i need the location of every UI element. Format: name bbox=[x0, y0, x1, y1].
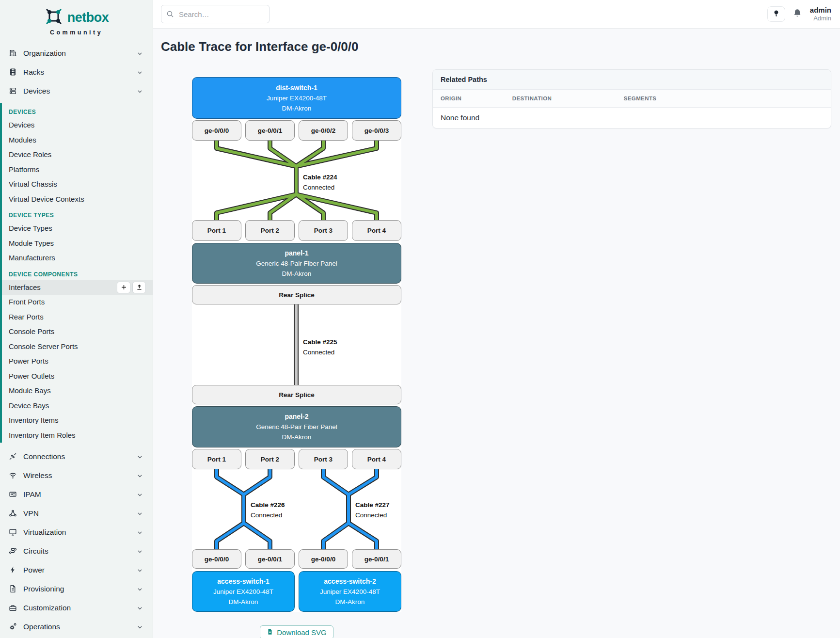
download-svg-button[interactable]: Download SVG bbox=[260, 625, 333, 638]
sidebar-item-label: Connections bbox=[23, 452, 65, 461]
front-port-box[interactable]: Port 2 bbox=[245, 449, 295, 469]
sidebar-item-label: Customization bbox=[23, 604, 71, 612]
sidebar-item-label: Circuits bbox=[23, 547, 48, 556]
cable-label-226[interactable]: Cable #226 Connected bbox=[251, 500, 285, 520]
import-button[interactable] bbox=[132, 282, 146, 293]
device-box-access-switch-2[interactable]: access-switch-2 Juniper EX4200-48T DM-Ak… bbox=[299, 571, 401, 612]
cable-status: Connected bbox=[303, 349, 334, 356]
notifications-bell-icon[interactable] bbox=[792, 8, 802, 20]
device-box-panel-2[interactable]: panel-2 Generic 48-Pair Fiber Panel DM-A… bbox=[192, 406, 401, 447]
top-bar: admin Admin bbox=[153, 0, 840, 29]
sidebar-item-devices-list[interactable]: Devices bbox=[2, 118, 153, 133]
sidebar-item-device-types[interactable]: Device Types bbox=[2, 221, 153, 236]
sidebar-item-console-server-ports[interactable]: Console Server Ports bbox=[2, 339, 153, 354]
sidebar-item-front-ports[interactable]: Front Ports bbox=[2, 295, 153, 310]
column-header-segments: SEGMENTS bbox=[616, 90, 831, 108]
server-icon bbox=[9, 87, 17, 95]
sidebar-item-inventory-item-roles[interactable]: Inventory Item Roles bbox=[2, 428, 153, 443]
ipam-icon bbox=[9, 490, 17, 498]
sidebar-item-connections[interactable]: Connections bbox=[0, 447, 153, 466]
interface-box[interactable]: ge-0/0/0 bbox=[192, 549, 241, 569]
sidebar-item-operations[interactable]: Operations bbox=[0, 617, 153, 636]
sidebar-item-vpn[interactable]: VPN bbox=[0, 504, 153, 523]
interface-box[interactable]: ge-0/0/0 bbox=[299, 549, 348, 569]
sidebar-item-platforms[interactable]: Platforms bbox=[2, 162, 153, 177]
sidebar-item-label: Racks bbox=[23, 68, 44, 77]
sidebar-item-racks[interactable]: Racks bbox=[0, 63, 153, 81]
front-port-box[interactable]: Port 4 bbox=[352, 220, 401, 241]
sidebar-item-inventory-items[interactable]: Inventory Items bbox=[2, 413, 153, 428]
sidebar-item-console-ports[interactable]: Console Ports bbox=[2, 324, 153, 339]
device-box-access-switch-1[interactable]: access-switch-1 Juniper EX4200-48T DM-Ak… bbox=[192, 571, 295, 612]
device-site: DM-Akron bbox=[282, 269, 312, 279]
sidebar-bottom-nav: Connections Wireless IPAM VPN Virtualiza… bbox=[0, 447, 153, 636]
front-port-box[interactable]: Port 1 bbox=[192, 220, 241, 241]
device-site: DM-Akron bbox=[229, 597, 258, 607]
netbox-logo[interactable]: netbox Community bbox=[0, 0, 153, 36]
sidebar-item-organization[interactable]: Organization bbox=[0, 44, 153, 63]
sidebar-item-module-bays[interactable]: Module Bays bbox=[2, 383, 153, 399]
sidebar-item-manufacturers[interactable]: Manufacturers bbox=[2, 251, 153, 266]
theme-toggle-button[interactable] bbox=[767, 6, 785, 22]
sidebar-item-label: Wireless bbox=[23, 471, 52, 480]
user-menu[interactable]: admin Admin bbox=[810, 6, 831, 22]
sidebar-item-modules[interactable]: Modules bbox=[2, 133, 153, 148]
section-heading-device-components: DEVICE COMPONENTS bbox=[2, 266, 153, 280]
device-name: panel-2 bbox=[285, 412, 308, 422]
page-content: Cable Trace for Interface ge-0/0/0 bbox=[153, 29, 840, 638]
sidebar-item-wireless[interactable]: Wireless bbox=[0, 466, 153, 485]
interface-box[interactable]: ge-0/0/1 bbox=[245, 120, 295, 141]
sidebar-item-power-outlets[interactable]: Power Outlets bbox=[2, 369, 153, 384]
empty-state-text: None found bbox=[433, 108, 831, 128]
cable-label-224[interactable]: Cable #224 Connected bbox=[303, 172, 337, 192]
sidebar-item-device-roles[interactable]: Device Roles bbox=[2, 147, 153, 162]
front-port-box[interactable]: Port 2 bbox=[245, 220, 295, 241]
front-port-box[interactable]: Port 3 bbox=[299, 449, 348, 469]
main-area: admin Admin Cable Trace for Interface ge… bbox=[153, 0, 840, 638]
device-box-dist-switch-1[interactable]: dist-switch-1 Juniper EX4200-48T DM-Akro… bbox=[192, 77, 401, 119]
sidebar-item-interfaces[interactable]: Interfaces bbox=[2, 280, 153, 295]
chevron-down-icon bbox=[137, 69, 143, 75]
sidebar-item-virtualization[interactable]: Virtualization bbox=[0, 523, 153, 542]
sidebar-top-nav: Organization Racks Devices bbox=[0, 44, 153, 100]
cable-label-225[interactable]: Cable #225 Connected bbox=[303, 337, 337, 357]
sidebar-item-label: VPN bbox=[23, 509, 39, 518]
interface-box[interactable]: ge-0/0/0 bbox=[192, 120, 241, 141]
chevron-down-icon bbox=[137, 510, 143, 516]
plug-icon bbox=[9, 452, 17, 461]
sidebar-item-provisioning[interactable]: Provisioning bbox=[0, 579, 153, 598]
front-port-box[interactable]: Port 1 bbox=[192, 449, 241, 469]
sidebar-item-virtual-device-contexts[interactable]: Virtual Device Contexts bbox=[2, 192, 153, 207]
sidebar-item-circuits[interactable]: Circuits bbox=[0, 542, 153, 560]
cable-label-227[interactable]: Cable #227 Connected bbox=[355, 500, 390, 520]
rack-icon bbox=[9, 68, 17, 76]
monitor-icon bbox=[9, 528, 17, 536]
cable-status: Connected bbox=[355, 511, 387, 519]
rear-port-box[interactable]: Rear Splice bbox=[192, 285, 401, 304]
interface-box[interactable]: ge-0/0/3 bbox=[352, 120, 401, 141]
interface-box[interactable]: ge-0/0/1 bbox=[352, 549, 401, 569]
sidebar-item-devices[interactable]: Devices bbox=[0, 81, 153, 100]
sidebar-item-device-bays[interactable]: Device Bays bbox=[2, 399, 153, 414]
sidebar: netbox Community Organization Racks Devi… bbox=[0, 0, 153, 638]
sidebar-item-power-ports[interactable]: Power Ports bbox=[2, 354, 153, 369]
device-box-panel-1[interactable]: panel-1 Generic 48-Pair Fiber Panel DM-A… bbox=[192, 243, 401, 284]
interface-box[interactable]: ge-0/0/1 bbox=[245, 549, 295, 569]
sidebar-item-rear-ports[interactable]: Rear Ports bbox=[2, 310, 153, 325]
sidebar-item-label: Organization bbox=[23, 49, 66, 58]
sidebar-item-label: Operations bbox=[23, 622, 60, 631]
front-port-box[interactable]: Port 4 bbox=[352, 449, 401, 469]
front-port-box[interactable]: Port 3 bbox=[299, 220, 348, 241]
file-download-icon bbox=[267, 628, 273, 637]
rear-port-box[interactable]: Rear Splice bbox=[192, 385, 401, 404]
interface-box[interactable]: ge-0/0/2 bbox=[299, 120, 348, 141]
search-input[interactable] bbox=[161, 5, 269, 23]
add-button[interactable] bbox=[117, 282, 130, 293]
sidebar-item-label: Virtualization bbox=[23, 528, 66, 537]
sidebar-item-ipam[interactable]: IPAM bbox=[0, 485, 153, 504]
chevron-down-icon bbox=[137, 453, 143, 460]
sidebar-item-virtual-chassis[interactable]: Virtual Chassis bbox=[2, 177, 153, 192]
sidebar-item-power[interactable]: Power bbox=[0, 560, 153, 579]
sidebar-item-customization[interactable]: Customization bbox=[0, 598, 153, 617]
sidebar-item-module-types[interactable]: Module Types bbox=[2, 236, 153, 251]
